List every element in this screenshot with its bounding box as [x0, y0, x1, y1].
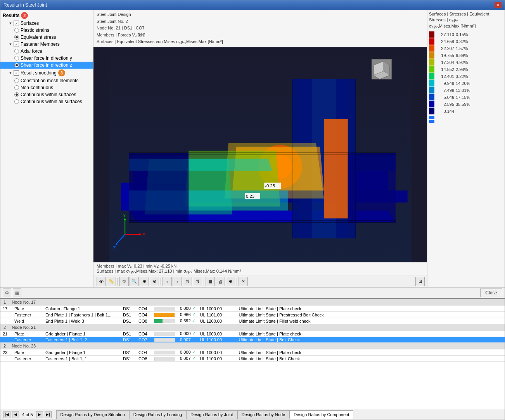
first-page-btn[interactable]: |◀ [3, 411, 10, 418]
cell-co: CO4 [136, 331, 152, 337]
toolbar-btn-6[interactable]: ↕ [173, 277, 182, 286]
legend-percent: 2.98% [456, 67, 468, 72]
radio-plastic-strains[interactable] [14, 28, 19, 33]
legend-percent: 17.15% [456, 95, 470, 100]
window: Results in Steel Joint ✕ Results 2 ▼ Sur… [0, 0, 505, 420]
ruler-btn[interactable]: 📏 [107, 277, 116, 286]
sidebar-item-equivalent-stress[interactable]: Equivalent stress [0, 34, 93, 41]
cell-ratio: 0.007 [178, 337, 198, 343]
cell-ds: DS1 [121, 306, 136, 312]
svg-text:Z: Z [113, 245, 116, 250]
close-button[interactable]: Close [480, 289, 502, 297]
cell-no [0, 337, 12, 343]
table-row[interactable]: 21 Plate Grid girder | Flange 1 DS1 CO4 … [0, 331, 505, 337]
checkbox-surfaces[interactable] [14, 21, 19, 26]
sidebar-item-continuous-all[interactable]: Continuous within all surfaces [0, 98, 93, 105]
toolbar-btn-5[interactable]: ↕ [163, 277, 172, 286]
settings-btn[interactable]: ⚙ [3, 289, 11, 297]
sidebar-item-fastener-members[interactable]: ▼ Fastener Members [0, 41, 93, 48]
radio-shear-y[interactable] [14, 56, 19, 60]
radio-continuous-surfaces[interactable] [14, 92, 19, 97]
table-row[interactable]: Weld End Plate 1 | Weld 3 DS1 CO8 0.392 … [0, 318, 505, 324]
table-group-row: 2 Node No. 21 [0, 324, 505, 331]
tab-1[interactable]: Design Ratios by Loading [129, 410, 186, 419]
sidebar-item-shear-z[interactable]: Shear force in direction z [0, 62, 93, 69]
table-row[interactable]: Fastener Fasteners 1 | Bolt 1, 2 DS1 CO7… [0, 337, 505, 343]
legend-bottom-bar [429, 120, 503, 123]
cell-no: 17 [0, 306, 12, 312]
toolbar-btn-8[interactable]: ⇅ [193, 277, 202, 286]
cell-ratio: 0.966 ✓ [178, 312, 198, 318]
shear-z-label: Shear force in direction z [21, 62, 72, 68]
results-table[interactable]: 1 Node No. 17 17 Plate Column | Flange 1… [0, 299, 505, 409]
radio-constant-mesh[interactable] [14, 78, 19, 83]
legend-color [429, 66, 434, 73]
checkbox-fastener[interactable] [14, 41, 19, 47]
table-row[interactable]: Fastener End Plate 1 | Fasteners 1 | Bol… [0, 312, 505, 318]
tab-4[interactable]: Design Ratios by Component [289, 410, 353, 419]
toolbar-btn-11[interactable]: ⊕ [226, 277, 235, 286]
svg-text:Y: Y [123, 213, 126, 218]
data-table: 1 Node No. 17 17 Plate Column | Flange 1… [0, 299, 505, 362]
sidebar-item-continuous-surfaces[interactable]: Continuous within surfaces [0, 91, 93, 98]
cell-ratio: 0.000 ✓ [178, 306, 198, 312]
toolbar-btn-9[interactable]: ▦ [206, 277, 215, 286]
sidebar-item-surfaces[interactable]: ▼ Surfaces [0, 20, 93, 27]
sidebar-item-constant-mesh[interactable]: Constant on mesh elements [0, 77, 93, 84]
expand-btn[interactable]: ⊡ [415, 277, 425, 286]
cell-ds: DS1 [121, 318, 136, 324]
plastic-strains-label: Plastic strains [21, 28, 49, 33]
cell-pb [152, 318, 178, 324]
sidebar-item-plastic-strains[interactable]: Plastic strains [0, 27, 93, 34]
table-row[interactable]: 17 Plate Column | Flange 1 DS1 CO4 0.000… [0, 306, 505, 312]
last-page-btn[interactable]: ▶| [45, 411, 52, 418]
svg-text:0.23: 0.23 [246, 194, 254, 199]
sidebar-item-axial-force[interactable]: Axial force [0, 48, 93, 55]
radio-equivalent-stress[interactable] [14, 35, 19, 40]
table-row[interactable]: 23 Plate Grid girder | Flange 1 DS1 CO4 … [0, 349, 505, 356]
radio-non-continuous[interactable] [14, 85, 19, 90]
table-row[interactable]: Fastener Fasteners 1 | Bolt 1, 1 DS1 CO8… [0, 356, 505, 362]
sidebar-item-non-continuous[interactable]: Non-continuous [0, 84, 93, 91]
title-bar: Results in Steel Joint ✕ [0, 0, 505, 10]
tab-2[interactable]: Design Ratios by Joint [186, 410, 237, 419]
tab-0[interactable]: Design Ratios by Design Situation [56, 410, 129, 419]
sep2 [161, 278, 161, 285]
checkbox-smoothing[interactable] [14, 70, 19, 76]
tab-3[interactable]: Design Ratios by Node [237, 410, 290, 419]
next-page-btn[interactable]: ▶ [36, 411, 43, 418]
vp-header-1: Steel Joint Design [97, 11, 424, 18]
cell-desc: End Plate 1 | Weld 3 [43, 318, 121, 324]
toolbar-btn-12[interactable]: ✕ [239, 277, 248, 286]
grid-btn[interactable]: ▦ [13, 289, 21, 297]
toolbar-btn-1[interactable]: ⚙ [119, 277, 129, 286]
sidebar-item-result-smoothing[interactable]: ▼ Result smoothing 3 [0, 69, 93, 77]
eye-icon-btn[interactable]: 👁 [97, 277, 106, 286]
legend-color [429, 94, 434, 100]
svg-marker-18 [129, 153, 189, 223]
table-group-row: 2 Node No. 23 [0, 343, 505, 349]
toolbar-btn-10[interactable]: 🖨 [216, 277, 225, 286]
legend-percent: 6.89% [456, 53, 468, 58]
legend-items: 27.110 0.15% 24.658 0.32% 22.207 1.57% 1… [429, 31, 503, 114]
viewport-canvas[interactable]: 0.23 -0.25 [93, 47, 427, 262]
table-group-row: 1 Node No. 17 [0, 299, 505, 306]
legend-item: 9.949 14.20% [429, 80, 503, 86]
radio-axial-force[interactable] [14, 49, 19, 54]
radio-continuous-all[interactable] [14, 99, 19, 104]
toolbar-btn-2[interactable]: 🔍 [130, 277, 139, 286]
radio-shear-z[interactable] [14, 63, 19, 67]
cell-co: CO8 [136, 318, 152, 324]
toolbar-btn-7[interactable]: ⇅ [183, 277, 192, 286]
toolbar-btn-3[interactable]: ⊕ [140, 277, 149, 286]
cell-ul: UL 1100.00 [198, 337, 237, 343]
cell-co: CO4 [136, 306, 152, 312]
prev-page-btn[interactable]: ◀ [12, 411, 19, 418]
close-window-button[interactable]: ✕ [495, 2, 502, 8]
continuous-all-label: Continuous within all surfaces [21, 99, 82, 104]
cell-state: Ultimate Limit State | Bolt Check [237, 356, 505, 362]
vp-header-3: Node No. 21 | DS1 | CO7 [97, 25, 424, 32]
sidebar-item-shear-y[interactable]: Shear force in direction y [0, 55, 93, 62]
toolbar-btn-4[interactable]: ⊗ [150, 277, 159, 286]
cell-ds: DS1 [121, 337, 136, 343]
